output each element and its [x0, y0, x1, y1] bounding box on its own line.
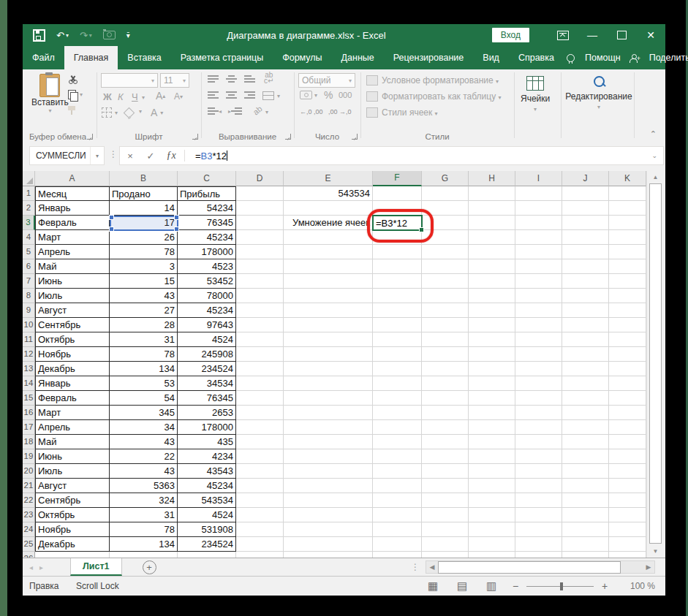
cell-C16[interactable]: 2653 — [178, 406, 236, 420]
column-header-C[interactable]: C — [178, 171, 236, 186]
zoom-slider[interactable] — [526, 586, 594, 587]
cell-A24[interactable]: Ноябрь — [35, 522, 110, 537]
cell-D5[interactable] — [236, 245, 284, 259]
cell-G11[interactable] — [422, 332, 469, 347]
font-color-button[interactable]: А▾ — [151, 107, 163, 118]
editing-button[interactable]: Редактирование ▾ — [565, 76, 632, 110]
cell-E7[interactable] — [284, 274, 373, 289]
cell-D6[interactable] — [236, 259, 284, 274]
cell-F14[interactable] — [373, 376, 422, 391]
ribbon-tab-формулы[interactable]: Формулы — [273, 46, 331, 69]
ribbon-tab-вид[interactable]: Вид — [473, 46, 509, 69]
cell-K5[interactable] — [609, 245, 646, 259]
cell-E24[interactable] — [284, 522, 373, 537]
cell-B7[interactable]: 15 — [110, 274, 178, 289]
row-header-2[interactable]: 2 — [23, 201, 35, 216]
font-name-dropdown[interactable]: ▾ — [101, 73, 158, 88]
cell-D7[interactable] — [236, 274, 284, 289]
cell-F8[interactable] — [373, 289, 422, 303]
cell-F11[interactable] — [373, 332, 422, 347]
cell-E26[interactable] — [284, 552, 373, 558]
cell-H20[interactable] — [469, 464, 515, 479]
styles-item-1[interactable]: Форматировать как таблицу ▾ — [366, 91, 501, 102]
cell-J2[interactable] — [562, 201, 609, 216]
row-header-25[interactable]: 25 — [23, 537, 35, 552]
cell-D19[interactable] — [236, 449, 284, 464]
cell-A13[interactable]: Декабрь — [35, 362, 110, 376]
cell-I23[interactable] — [515, 508, 562, 522]
scroll-down-icon[interactable]: ▼ — [647, 545, 664, 558]
cell-G13[interactable] — [422, 362, 469, 376]
select-all-corner[interactable] — [23, 171, 35, 186]
cell-K22[interactable] — [609, 493, 646, 508]
cell-E6[interactable] — [284, 259, 373, 274]
cell-G18[interactable] — [422, 435, 469, 449]
cell-K2[interactable] — [609, 201, 646, 216]
cell-J26[interactable] — [562, 552, 609, 558]
cell-J1[interactable] — [562, 186, 609, 201]
column-header-E[interactable]: E — [284, 171, 373, 186]
cell-C6[interactable]: 4523 — [178, 259, 236, 274]
cell-D8[interactable] — [236, 289, 284, 303]
cell-E22[interactable] — [284, 493, 373, 508]
cell-K17[interactable] — [609, 420, 646, 435]
align-right-button[interactable] — [244, 91, 255, 99]
cell-J9[interactable] — [562, 303, 609, 318]
cell-G26[interactable] — [422, 552, 469, 558]
tell-me-tab[interactable]: Помощн — [582, 53, 624, 63]
horizontal-scrollbar[interactable]: ◀ ▶ — [426, 560, 655, 574]
increase-indent-button[interactable]: ▸ — [228, 107, 242, 115]
cell-C26[interactable] — [178, 552, 236, 558]
cell-A2[interactable]: Январь — [35, 201, 110, 216]
cell-B11[interactable]: 31 — [110, 332, 178, 347]
cell-K9[interactable] — [609, 303, 646, 318]
row-header-22[interactable]: 22 — [23, 493, 35, 508]
cell-E8[interactable] — [284, 289, 373, 303]
cell-A1[interactable]: Месяц — [35, 186, 110, 201]
cell-J25[interactable] — [562, 537, 609, 552]
cell-A11[interactable]: Октябрь — [35, 332, 110, 347]
cell-K11[interactable] — [609, 332, 646, 347]
cell-G6[interactable] — [422, 259, 469, 274]
close-button[interactable]: ✕ — [636, 24, 665, 46]
cell-K1[interactable] — [609, 186, 646, 201]
cell-B26[interactable] — [110, 552, 178, 558]
cell-J5[interactable] — [562, 245, 609, 259]
cell-I25[interactable] — [515, 537, 562, 552]
cell-K18[interactable] — [609, 435, 646, 449]
cell-E15[interactable] — [284, 391, 373, 406]
collapse-ribbon-icon[interactable]: ⌃ — [650, 129, 657, 139]
cell-I10[interactable] — [515, 318, 562, 332]
cell-B5[interactable]: 78 — [110, 245, 178, 259]
cell-D17[interactable] — [236, 420, 284, 435]
cell-G5[interactable] — [422, 245, 469, 259]
cell-F21[interactable] — [373, 479, 422, 493]
cell-D13[interactable] — [236, 362, 284, 376]
cell-C5[interactable]: 178000 — [178, 245, 236, 259]
cell-B15[interactable]: 54 — [110, 391, 178, 406]
ribbon-tab-разметка-страницы[interactable]: Разметка страницы — [171, 46, 273, 69]
cell-H2[interactable] — [469, 201, 515, 216]
column-header-J[interactable]: J — [562, 171, 609, 186]
cell-K20[interactable] — [609, 464, 646, 479]
column-header-I[interactable]: I — [515, 171, 562, 186]
cell-E10[interactable] — [284, 318, 373, 332]
cell-F23[interactable] — [373, 508, 422, 522]
cell-G1[interactable] — [422, 186, 469, 201]
cell-I5[interactable] — [515, 245, 562, 259]
page-layout-view-icon[interactable]: ▤ — [447, 579, 477, 593]
underline-dropdown-icon[interactable]: ▾ — [142, 94, 145, 101]
fill-color-button[interactable]: ▾ — [125, 107, 142, 115]
column-header-G[interactable]: G — [422, 171, 469, 186]
cell-G14[interactable] — [422, 376, 469, 391]
row-header-12[interactable]: 12 — [23, 347, 35, 362]
cell-D22[interactable] — [236, 493, 284, 508]
scroll-right-icon[interactable]: ▶ — [643, 563, 654, 571]
cell-E13[interactable] — [284, 362, 373, 376]
cell-B23[interactable]: 31 — [110, 508, 178, 522]
save-icon[interactable] — [33, 29, 45, 42]
cell-A21[interactable]: Август — [35, 479, 110, 493]
cell-A8[interactable]: Июль — [35, 289, 110, 303]
cell-D20[interactable] — [236, 464, 284, 479]
cell-C12[interactable]: 245908 — [178, 347, 236, 362]
